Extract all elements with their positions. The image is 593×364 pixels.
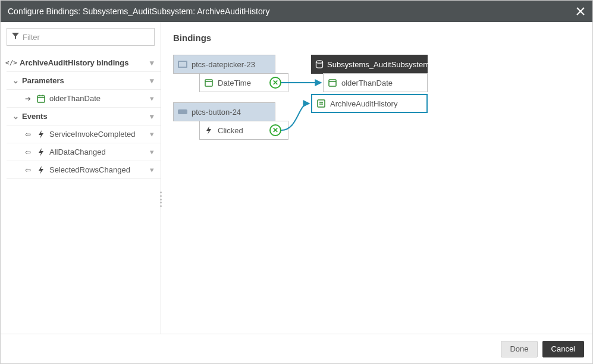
calendar-icon	[36, 94, 46, 103]
parameters-label: Parameters	[22, 76, 148, 85]
tree-root[interactable]: </> ArchiveAuditHistory bindings ▾	[7, 54, 161, 72]
tree-section-events[interactable]: ⌄ Events ▾	[7, 108, 161, 125]
tree-section-parameters[interactable]: ⌄ Parameters ▾	[7, 72, 161, 90]
service-icon	[316, 98, 327, 109]
service-name: Subsystems_AuditSubsystem	[327, 60, 435, 69]
code-icon: </>	[7, 58, 16, 68]
expand-icon[interactable]: ⌄	[11, 76, 20, 85]
arrow-out-icon: ⇦	[23, 148, 33, 157]
chevron-down-icon[interactable]: ▾	[148, 148, 156, 156]
content-heading: Bindings	[173, 33, 581, 43]
tree-root-label: ArchiveAuditHistory bindings	[20, 58, 148, 67]
event-label: AllDataChanged	[49, 148, 148, 156]
service-node-subsystem[interactable]: Subsystems_AuditSubsystem	[311, 55, 428, 74]
cancel-button[interactable]: Cancel	[542, 341, 584, 357]
arrow-out-icon: ⇦	[23, 165, 33, 175]
dialog-title: Configure Bindings: Subsystems_AuditSubs…	[8, 7, 269, 16]
sidebar: </> ArchiveAuditHistory bindings ▾ ⌄ Par…	[1, 22, 161, 334]
chevron-down-icon[interactable]: ▾	[148, 112, 156, 121]
svg-rect-12	[318, 100, 325, 107]
bolt-icon	[203, 125, 214, 136]
bindings-canvas: ptcs-datepicker-23 DateTime ✕ ptcs-butto…	[173, 55, 554, 209]
bolt-icon	[36, 148, 46, 157]
svg-rect-0	[37, 96, 45, 102]
arrow-out-icon: ⇦	[23, 130, 33, 139]
svg-point-9	[316, 61, 323, 63]
widget-name: ptcs-button-24	[192, 108, 247, 117]
svg-rect-5	[179, 62, 186, 67]
param-label: olderThanDate	[49, 94, 148, 103]
chevron-down-icon[interactable]: ▾	[148, 165, 156, 174]
widget-node-button[interactable]: ptcs-button-24	[173, 102, 275, 121]
chevron-down-icon[interactable]: ▾	[148, 94, 156, 103]
filter-box[interactable]	[7, 28, 155, 46]
expand-icon[interactable]: ⌄	[11, 112, 20, 121]
param-name: olderThanDate	[341, 79, 399, 87]
widget-icon	[177, 59, 188, 70]
calendar-icon	[327, 77, 338, 88]
dialog-footer: Done Cancel	[1, 334, 592, 363]
bindings-tree: </> ArchiveAuditHistory bindings ▾ ⌄ Par…	[7, 54, 161, 179]
service-label: ArchiveAuditHistory	[330, 99, 403, 108]
arrow-in-icon: ➔	[23, 94, 33, 103]
widget-node-datepicker[interactable]: ptcs-datepicker-23	[173, 55, 275, 74]
calendar-icon	[203, 77, 214, 88]
chevron-down-icon[interactable]: ▾	[148, 76, 156, 85]
filter-input[interactable]	[23, 33, 149, 42]
filter-icon	[12, 33, 19, 42]
events-label: Events	[22, 112, 148, 121]
tree-param-item[interactable]: ➔ olderThanDate ▾	[7, 90, 161, 108]
property-name: DateTime	[218, 79, 257, 87]
bindings-content: Bindings ptcs-datepicker-23 DateTime ✕	[161, 22, 592, 334]
event-label: SelectedRowsChanged	[49, 165, 148, 174]
done-button[interactable]: Done	[501, 341, 537, 357]
service-selected-archiveaudithistory[interactable]: ArchiveAuditHistory	[311, 94, 428, 113]
svg-rect-6	[205, 80, 212, 86]
delete-binding-icon[interactable]: ✕	[269, 124, 281, 136]
titlebar: Configure Bindings: Subsystems_AuditSubs…	[1, 1, 592, 22]
database-icon	[315, 59, 324, 70]
event-name: Clicked	[218, 126, 249, 135]
tree-event-item[interactable]: ⇦ AllDataChanged ▾	[7, 143, 161, 161]
widget-icon	[177, 106, 188, 117]
tree-event-item[interactable]: ⇦ ServiceInvokeCompleted ▾	[7, 125, 161, 143]
svg-rect-10	[329, 80, 336, 86]
service-param-olderthandate[interactable]: olderThanDate	[323, 73, 428, 92]
delete-binding-icon[interactable]: ✕	[269, 77, 281, 89]
svg-rect-8	[178, 109, 187, 114]
dialog-body: </> ArchiveAuditHistory bindings ▾ ⌄ Par…	[1, 22, 592, 334]
widget-name: ptcs-datepicker-23	[192, 60, 261, 69]
chevron-down-icon[interactable]: ▾	[148, 58, 156, 67]
close-icon[interactable]	[576, 7, 585, 16]
event-label: ServiceInvokeCompleted	[49, 130, 148, 139]
bolt-icon	[36, 165, 46, 175]
chevron-down-icon[interactable]: ▾	[148, 130, 156, 139]
tree-event-item[interactable]: ⇦ SelectedRowsChanged ▾	[7, 161, 161, 179]
bolt-icon	[36, 130, 46, 139]
configure-bindings-dialog: Configure Bindings: Subsystems_AuditSubs…	[0, 0, 593, 364]
